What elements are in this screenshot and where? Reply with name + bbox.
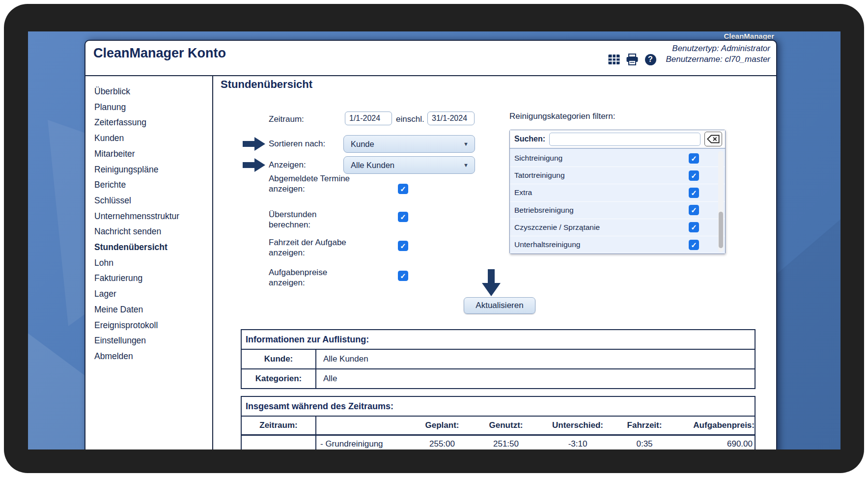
checkbox-label-ueberstunden: Überstunden berechnen: [269,210,351,230]
sidebar-item-zeiterfassung[interactable]: Zeiterfassung [94,115,212,131]
update-button[interactable]: Aktualisieren [464,297,535,314]
sort-dropdown-value: Kunde [351,140,374,149]
cell-task: - Grundreinigung [316,436,413,449]
clear-search-button[interactable] [704,132,722,146]
category-checkbox-tatortreinigung[interactable]: ✓ [689,170,699,181]
arrow-down-icon [481,269,502,297]
ueberstunden-berechnen-checkbox[interactable]: ✓ [398,212,408,222]
totals-table-title: Insgesamt während des Zeitraums: [242,397,755,417]
category-row: Extra ✓ [510,184,725,201]
checkbox-label-aufgabenpreise: Aufgabenpreise anzeigen: [269,268,351,288]
category-checkbox-unterhaltsreinigung[interactable]: ✓ [689,240,699,250]
cell-aufgabenpreis: 690.00 [674,436,755,449]
totals-header-row: Zeitraum: Geplant: Genutzt: Unterschied:… [242,417,755,436]
info-table: Informationen zur Auflistung: Kunde: All… [241,329,756,389]
category-checkbox-extra[interactable]: ✓ [689,188,699,198]
sidebar-item-fakturierung[interactable]: Fakturierung [94,271,212,286]
column-header: Unterschied: [540,417,615,434]
page-title: Stundenübersicht [221,78,312,91]
category-filter-panel: Suchen: Sichtreinigung ✓ [509,130,726,254]
category-checkbox-czyszczenie[interactable]: ✓ [689,222,699,232]
table-row: Kategorien: Alle [242,369,755,388]
sidebar-item-kunden[interactable]: Kunden [94,131,212,146]
column-header: Zeitraum: [242,417,316,434]
category-row: Tatortreinigung ✓ [510,167,725,184]
category-row: Unterhaltsreinigung ✓ [510,236,725,253]
header-toolbar: ? [608,53,657,66]
sidebar-item-meine-daten[interactable]: Meine Daten [94,302,212,318]
search-input[interactable] [549,133,700,146]
sidebar-item-reinigungsplaene[interactable]: Reinigungspläne [94,162,212,178]
chevron-down-icon: ▼ [463,162,469,168]
sidebar-item-ereignisprotokoll[interactable]: Ereignisprotokoll [94,318,212,334]
sidebar-item-nachricht-senden[interactable]: Nachricht senden [94,224,212,240]
chevron-down-icon: ▼ [463,141,469,147]
einschl-label: einschl. [396,114,424,124]
column-header: Aufgabenpreis: [674,417,755,434]
aufgabenpreise-anzeigen-checkbox[interactable]: ✓ [398,271,408,281]
column-header [316,417,413,434]
column-header: Geplant: [413,417,472,434]
sidebar-item-unternehmensstruktur[interactable]: Unternehmensstruktur [94,209,212,224]
filter-title: Reinigungskategorien filtern: [509,112,615,121]
sidebar-item-lager[interactable]: Lager [94,286,212,302]
info-table-title: Informationen zur Auflistung: [242,330,755,350]
cell-unterschied: -3:10 [540,436,615,449]
sidebar-item-stundenuebersicht[interactable]: Stundenübersicht [94,240,212,255]
zeitraum-to-input[interactable] [427,112,475,125]
grid-icon[interactable] [608,53,620,66]
category-label: Unterhaltsreinigung [514,240,580,249]
abgemeldete-termine-checkbox[interactable]: ✓ [398,184,408,194]
app-title: CleanManager Konto [93,46,226,61]
info-row-value: Alle Kunden [316,350,755,368]
category-checkbox-sichtreinigung[interactable]: ✓ [689,153,699,164]
sidebar-item-mitarbeiter[interactable]: Mitarbeiter [94,146,212,162]
fahrzeit-anzeigen-checkbox[interactable]: ✓ [398,241,408,251]
desktop-screen: CleanManager CleanManager Konto [28,31,840,449]
sidebar-item-berichte[interactable]: Berichte [94,177,212,193]
category-checkbox-betriebsreinigung[interactable]: ✓ [689,205,699,215]
browser-brand-label: CleanManager [724,32,774,40]
help-glyph: ? [645,54,656,65]
sidebar-item-schluessel[interactable]: Schlüssel [94,193,212,209]
column-header: Genutzt: [472,417,540,434]
table-row: Kunde: Alle Kunden [242,350,755,369]
sidebar-item-einstellungen[interactable]: Einstellungen [94,333,212,349]
filter-scrollbar[interactable] [718,151,724,252]
cell-geplant: 255:00 [413,436,472,449]
zeitraum-label: Zeitraum: [269,114,304,124]
checkbox-label-abgemeldete: Abgemeldete Termine anzeigen: [269,174,351,194]
user-info: Benutzertyp: Administrator Benutzername:… [666,43,770,65]
category-label: Extra [514,188,532,197]
category-row: Czyszczenie / Sprzątanie ✓ [510,219,725,236]
printer-icon[interactable] [626,53,639,66]
category-row: Sichtreinigung ✓ [510,150,725,167]
sidebar-item-ueberblick[interactable]: Überblick [94,84,212,100]
show-dropdown-value: Alle Kunden [351,161,394,170]
category-label: Czyszczenie / Sprzątanie [514,223,600,232]
cell-zeitraum [242,436,316,449]
user-name-label: Benutzername: cl70_master [666,54,770,65]
category-list: Sichtreinigung ✓ Tatortreinigung ✓ Extra… [510,150,725,253]
main-content: Stundenübersicht Zeitraum: einschl. Sort… [213,76,776,449]
info-row-label: Kategorien: [242,369,316,388]
category-row: Betriebsreinigung ✓ [510,202,725,219]
filter-scrollbar-thumb[interactable] [719,212,723,248]
totals-table: Insgesamt während des Zeitraums: Zeitrau… [241,396,756,449]
sort-label: Sortieren nach: [269,139,325,149]
cell-fahrzeit: 0:35 [615,436,674,449]
zeitraum-from-input[interactable] [345,112,392,125]
user-type-label: Benutzertyp: Administrator [666,43,770,54]
category-label: Betriebsreinigung [514,206,574,215]
sort-dropdown[interactable]: Kunde ▼ [343,135,475,153]
arrow-right-icon [243,157,265,173]
sidebar-item-abmelden[interactable]: Abmelden [94,349,212,365]
sidebar-item-lohn[interactable]: Lohn [94,255,212,271]
show-dropdown[interactable]: Alle Kunden ▼ [343,156,475,174]
column-header: Fahrzeit: [615,417,674,434]
sidebar-item-planung[interactable]: Planung [94,100,212,115]
cell-genutzt: 251:50 [472,436,540,449]
help-icon[interactable]: ? [644,53,657,66]
category-label: Sichtreinigung [514,154,562,163]
window-header: CleanManager Konto [85,41,776,76]
